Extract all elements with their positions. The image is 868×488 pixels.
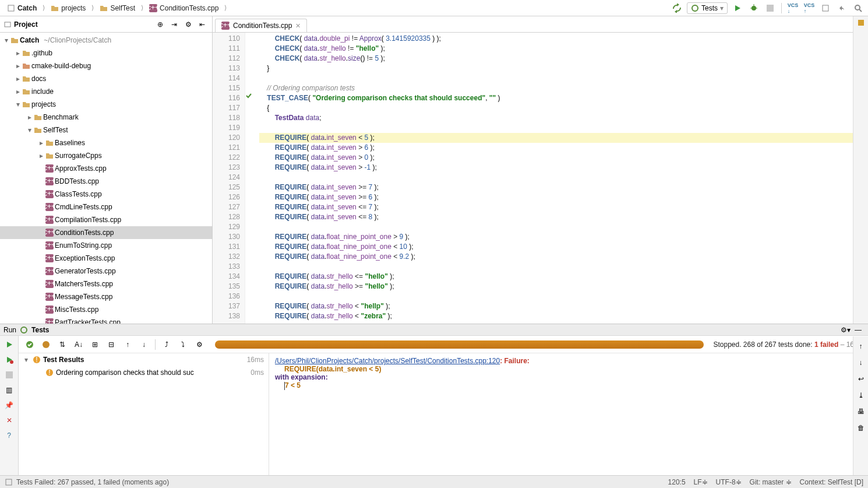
code-line[interactable]: TEST_CASE( "Ordering comparison checks t… — [259, 93, 868, 103]
tree-item[interactable]: ▸SurrogateCpps — [0, 149, 212, 162]
code-line[interactable]: TestData data; — [259, 113, 868, 123]
code-line[interactable]: } — [259, 64, 868, 73]
rail-wrap-icon[interactable]: ↩ — [855, 373, 867, 385]
analysis-ok-icon[interactable] — [858, 20, 864, 26]
tree-item[interactable]: c++GeneratorTests.cpp — [0, 265, 212, 278]
expand-all-icon[interactable]: ⊞ — [89, 338, 101, 351]
tree-item[interactable]: c++ClassTests.cpp — [0, 188, 212, 201]
vcs-update-icon[interactable]: VCS↓ — [786, 2, 799, 15]
vcs-commit-icon[interactable]: VCS↑ — [803, 2, 816, 15]
code-line[interactable] — [259, 173, 868, 182]
line-ending[interactable]: LF≑ — [694, 478, 708, 486]
locate-icon[interactable]: ⊕ — [154, 18, 167, 31]
tree-item[interactable]: c++CompilationTests.cpp — [0, 213, 212, 226]
panel-hide-icon[interactable]: — — [852, 324, 865, 336]
code-line[interactable]: REQUIRE( data.int_seven >= 6 ); — [259, 192, 868, 202]
rail-scroll-icon[interactable]: ⤓ — [855, 389, 867, 402]
code-line[interactable]: REQUIRE( data.int_seven <= 7 ); — [259, 202, 868, 212]
code-line[interactable]: REQUIRE( data.int_seven > 6 ); — [259, 143, 868, 153]
help-icon[interactable]: ? — [3, 429, 16, 442]
tree-item[interactable]: c++MatchersTests.cpp — [0, 278, 212, 290]
sort-icon[interactable]: ⇅ — [56, 338, 69, 351]
stop-button[interactable] — [764, 2, 777, 15]
toggle-auto-icon[interactable] — [3, 368, 16, 381]
rail-print-icon[interactable]: 🖶 — [855, 405, 867, 418]
tree-item[interactable]: c++PartTrackerTests.cpp — [0, 316, 212, 324]
collapse-all-icon[interactable]: ⊟ — [105, 338, 118, 351]
tests-tab[interactable]: Tests — [31, 326, 49, 334]
breadcrumb-item[interactable]: SelfTest — [96, 4, 139, 12]
panel-gear-icon[interactable]: ⚙▾ — [839, 324, 852, 336]
run-button[interactable] — [731, 2, 744, 15]
code-line[interactable]: REQUIRE( data.float_nine_point_one < 10 … — [259, 242, 868, 252]
tree-item[interactable]: c++ExceptionTests.cpp — [0, 252, 212, 265]
tree-item[interactable]: ▸Benchmark — [0, 111, 212, 124]
gear-icon[interactable]: ⚙ — [182, 18, 195, 31]
tree-item[interactable]: c++MiscTests.cpp — [0, 303, 212, 316]
show-passed-icon[interactable] — [23, 338, 36, 351]
rerun-failed-button[interactable] — [3, 353, 16, 366]
close-panel-icon[interactable]: ✕ — [3, 414, 16, 427]
code-line[interactable]: REQUIRE( data.float_nine_point_one > 9 )… — [259, 232, 868, 242]
search-icon[interactable] — [852, 2, 865, 15]
rail-up-icon[interactable]: ↑ — [855, 340, 867, 353]
close-icon[interactable]: ✕ — [295, 22, 301, 30]
prev-fail-icon[interactable]: ↑ — [121, 338, 134, 351]
tree-item[interactable]: ▾Catch~/ClionProjects/Catch — [0, 34, 212, 47]
rerun-button[interactable] — [3, 338, 16, 351]
code-line[interactable]: REQUIRE( data.str_hello < "hellp" ); — [259, 301, 868, 311]
tree-item[interactable]: ▸docs — [0, 72, 212, 85]
test-console[interactable]: /Users/Phil/ClionProjects/Catch/projects… — [269, 353, 868, 475]
tree-item[interactable]: c++CmdLineTests.cpp — [0, 201, 212, 213]
tree-item[interactable]: c++EnumToString.cpp — [0, 239, 212, 252]
tree-item[interactable]: c++BDDTests.cpp — [0, 175, 212, 188]
import-icon[interactable]: ⤵ — [177, 338, 189, 351]
breadcrumb-item[interactable]: Catch — [3, 4, 40, 12]
code-line[interactable] — [259, 123, 868, 133]
code-line[interactable]: CHECK( data.str_hello.size() != 5 ); — [259, 54, 868, 64]
tree-item[interactable]: c++ConditionTests.cpp — [0, 226, 212, 239]
tree-item[interactable]: ▸include — [0, 85, 212, 98]
run-config-selector[interactable]: Tests ▾ — [687, 2, 728, 14]
code-line[interactable]: // Ordering comparison tests — [259, 83, 868, 93]
rail-down-icon[interactable]: ↓ — [855, 356, 867, 369]
code-line[interactable]: REQUIRE( data.str_hello <= "hello" ); — [259, 272, 868, 282]
reload-icon[interactable] — [671, 2, 683, 15]
test-gear-icon[interactable]: ⚙ — [193, 338, 206, 351]
run-tab[interactable]: Run — [3, 326, 16, 334]
test-tree-item[interactable]: !Ordering comparison checks that should … — [19, 366, 269, 379]
code-line[interactable]: REQUIRE( data.int_seven > -1 ); — [259, 163, 868, 173]
export-icon[interactable]: ⤴ — [160, 338, 173, 351]
next-fail-icon[interactable]: ↓ — [137, 338, 150, 351]
encoding[interactable]: UTF-8≑ — [716, 478, 742, 486]
sort-alpha-icon[interactable]: A↓ — [72, 338, 85, 351]
tree-item[interactable]: c++ApproxTests.cpp — [0, 162, 212, 175]
code-line[interactable] — [259, 73, 868, 83]
rail-clear-icon[interactable]: 🗑 — [855, 422, 867, 434]
tree-item[interactable]: ▾SelfTest — [0, 124, 212, 136]
code-line[interactable]: CHECK( data.double_pi != Approx( 3.14159… — [259, 34, 868, 44]
code-line[interactable]: REQUIRE( data.int_seven <= 8 ); — [259, 212, 868, 222]
tree-item[interactable]: ▸cmake-build-debug — [0, 59, 212, 72]
debug-button[interactable] — [747, 2, 760, 15]
caret-position[interactable]: 120:5 — [668, 478, 686, 486]
show-ignored-icon[interactable] — [40, 338, 52, 351]
hide-icon[interactable]: ⇤ — [196, 18, 209, 31]
failure-link[interactable]: /Users/Phil/ClionProjects/Catch/projects… — [275, 357, 500, 365]
tree-item[interactable]: ▾projects — [0, 98, 212, 111]
tree-item[interactable]: ▸.github — [0, 47, 212, 59]
code-line[interactable]: REQUIRE( data.float_nine_point_one < 9.2… — [259, 252, 868, 262]
code-line[interactable]: { — [259, 103, 868, 113]
editor-tab[interactable]: c++ ConditionTests.cpp ✕ — [215, 19, 307, 32]
pin-icon[interactable]: 📌 — [3, 399, 16, 412]
breadcrumb-item[interactable]: c++ConditionTests.cpp — [146, 4, 222, 12]
code-line[interactable]: REQUIRE( data.str_hello < "zebra" ); — [259, 311, 868, 321]
code-line[interactable] — [259, 292, 868, 301]
collapse-icon[interactable]: ⇥ — [168, 18, 181, 31]
breadcrumb-item[interactable]: projects — [47, 4, 89, 12]
code-line[interactable] — [259, 222, 868, 232]
code-line[interactable]: CHECK( data.str_hello != "hello" ); — [259, 44, 868, 54]
vcs-revert-icon[interactable] — [835, 2, 848, 15]
code-line[interactable]: REQUIRE( data.int_seven > 0 ); — [259, 153, 868, 163]
tree-item[interactable]: c++MessageTests.cpp — [0, 290, 212, 303]
